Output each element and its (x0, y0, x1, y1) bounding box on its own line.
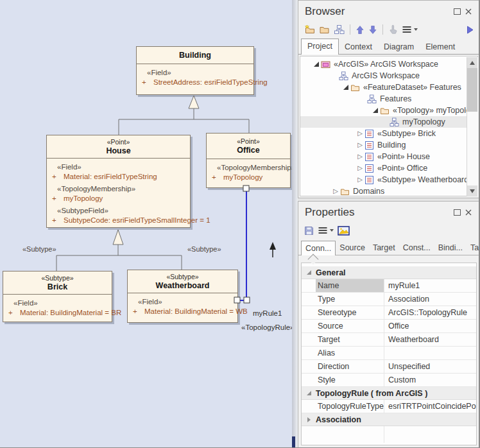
scroll-down-button[interactable] (467, 185, 477, 196)
browser-tab-context[interactable]: Context (339, 40, 378, 54)
browser-close-button[interactable] (463, 6, 474, 17)
property-row-target[interactable]: TargetWeatherboard (302, 333, 476, 347)
section-expand-icon[interactable] (302, 417, 316, 422)
property-value[interactable]: Unspecified (384, 360, 476, 373)
properties-tab-conn[interactable]: Conn... (301, 241, 336, 255)
property-value[interactable] (384, 347, 476, 359)
scrollbar-thumb[interactable] (467, 68, 477, 112)
property-value[interactable]: Weatherboard (384, 333, 476, 346)
link-to-element-button[interactable] (386, 22, 400, 37)
properties-maximize-button[interactable] (451, 207, 463, 218)
expand-toggle-icon[interactable]: ▷ (356, 130, 364, 137)
expand-toggle-icon[interactable]: ▷ (356, 153, 364, 160)
connector-handles[interactable] (234, 185, 250, 303)
properties-tab-tags[interactable]: Tags (467, 241, 480, 255)
connector-name-label[interactable]: myRule1 (253, 309, 282, 317)
diagram-canvas[interactable]: Building«Field»+StreetAddress: esriField… (0, 0, 292, 448)
section-association[interactable]: Association (302, 413, 476, 426)
topology-rule-connector[interactable] (239, 189, 246, 300)
property-name[interactable]: Stereotype (316, 306, 384, 319)
section-collapse-icon[interactable] (302, 391, 316, 395)
properties-tab-const[interactable]: Const... (399, 241, 434, 255)
property-value[interactable] (384, 426, 476, 443)
new-model-button[interactable] (302, 22, 317, 37)
property-value[interactable]: Office (384, 320, 476, 332)
property-name[interactable]: Style (316, 374, 384, 386)
open-project-button[interactable] (317, 22, 332, 37)
collapse-toggle-icon[interactable] (341, 85, 350, 90)
tree-item-topology-mytopology[interactable]: «Topology» myTopology (300, 105, 477, 116)
section-collapse-icon[interactable] (302, 270, 316, 275)
browser-maximize-button[interactable] (451, 6, 463, 17)
property-value[interactable]: Association (384, 293, 476, 306)
section-topologyrule-from-arcgis[interactable]: TopologyRule ( from ArcGIS ) (302, 387, 476, 400)
browser-tab-strip: ProjectContextDiagramElement (298, 38, 479, 55)
expand-toggle-icon[interactable]: ▷ (356, 165, 364, 171)
properties-tab-target[interactable]: Target (369, 241, 399, 255)
property-name[interactable]: Source (316, 320, 384, 332)
tree-item-point-office[interactable]: ▷«Point» Office (300, 162, 477, 174)
open-properties-dialog-button[interactable] (336, 223, 352, 237)
move-down-button[interactable] (366, 22, 379, 37)
property-row-alias[interactable]: Alias (302, 347, 476, 360)
property-name[interactable] (316, 426, 384, 443)
tree-item-featuredataset-features[interactable]: «FeatureDataset» Features (300, 82, 477, 93)
browser-tab-project[interactable]: Project (301, 39, 339, 55)
tree-item-features[interactable]: Features (300, 93, 477, 105)
properties-close-button[interactable] (463, 207, 474, 218)
property-value[interactable]: myRule1 (384, 279, 476, 292)
collapse-toggle-icon[interactable] (312, 62, 321, 67)
property-value[interactable]: esriTRTPointCoincidePoint (384, 400, 476, 413)
property-name[interactable]: Type (316, 293, 384, 306)
element-icon (364, 141, 375, 150)
property-name[interactable]: TopologyRuleType (316, 400, 384, 413)
property-name[interactable]: Name (316, 279, 384, 292)
save-button[interactable] (302, 223, 316, 237)
panel-splitter[interactable] (292, 0, 298, 448)
tree-item-label: «Point» Office (377, 164, 427, 173)
property-name[interactable]: Alias (316, 347, 384, 359)
tree-item-building[interactable]: ▷Building (300, 139, 477, 151)
property-row-topologyruletype[interactable]: TopologyRuleTypeesriTRTPointCoincidePoin… (302, 400, 476, 413)
properties-tab-strip: Conn...SourceTargetConst...Bindi...Tags (298, 239, 479, 255)
property-value[interactable]: Custom (384, 374, 476, 386)
property-row-source[interactable]: SourceOffice (302, 320, 476, 333)
browser-tab-diagram[interactable]: Diagram (378, 40, 420, 54)
property-name[interactable]: Target (316, 333, 384, 346)
tree-item-subtype-brick[interactable]: ▷«Subtype» Brick (300, 128, 477, 139)
expand-toggle-icon[interactable]: ▷ (356, 142, 364, 148)
scroll-up-button[interactable] (467, 57, 477, 68)
collapse-toggle-icon[interactable] (371, 108, 380, 113)
expand-toggle-icon[interactable]: ▷ (331, 188, 340, 194)
tree-item-label: myTopology (402, 117, 445, 126)
properties-tab-source[interactable]: Source (336, 241, 369, 255)
tree-scrollbar[interactable] (467, 57, 478, 196)
property-row-direction[interactable]: DirectionUnspecified (302, 360, 476, 374)
properties-menu-button[interactable] (316, 223, 336, 237)
generalization-lines-house[interactable] (56, 245, 182, 271)
browse-diagrams-button[interactable] (332, 22, 347, 37)
property-value[interactable]: ArcGIS::TopologyRule (384, 306, 476, 319)
generalization-lines-building[interactable] (119, 108, 249, 135)
properties-tab-bindi[interactable]: Bindi... (434, 241, 467, 255)
expand-toggle-icon[interactable]: ▷ (356, 177, 364, 183)
connector-stereotype-label[interactable]: «TopologyRule» (241, 323, 294, 331)
tree-item-subtype-weatherboard[interactable]: ▷«Subtype» Weatherboard (300, 174, 477, 185)
browser-menu-button[interactable] (400, 22, 420, 37)
property-row-type[interactable]: TypeAssociation (302, 293, 476, 306)
tree-item-domains[interactable]: ▷Domains (300, 185, 477, 196)
browser-tab-element[interactable]: Element (420, 40, 461, 54)
property-row-style[interactable]: StyleCustom (302, 374, 476, 387)
diagram-icon (334, 24, 345, 35)
move-up-button[interactable] (354, 22, 366, 37)
section-general[interactable]: General (302, 266, 476, 279)
tree-item-mytopology[interactable]: myTopology (300, 116, 477, 128)
tree-item-point-house[interactable]: ▷«Point» House (300, 151, 477, 162)
tree-item-arcgis-workspace[interactable]: ArcGIS Workspace (300, 70, 477, 82)
property-row-name[interactable]: NamemyRule1 (302, 279, 476, 293)
collapse-panel-button[interactable] (465, 22, 476, 37)
property-row-stereotype[interactable]: StereotypeArcGIS::TopologyRule (302, 306, 476, 320)
property-name[interactable]: Direction (316, 360, 384, 373)
tree-item-arcgis-arcgis-workspace[interactable]: «ArcGIS» ArcGIS Workspace (300, 58, 477, 70)
property-row-empty[interactable] (302, 426, 476, 443)
